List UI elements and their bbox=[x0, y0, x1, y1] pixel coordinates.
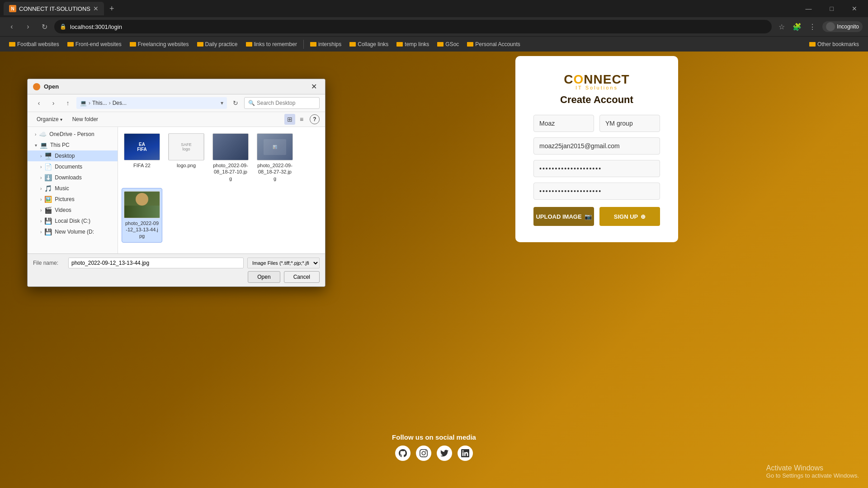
organize-dropdown-icon: ▾ bbox=[60, 117, 62, 122]
sidebar-localdisk[interactable]: › 💾 Local Disk (C:) bbox=[28, 216, 118, 226]
newvolume-icon: 💾 bbox=[44, 228, 52, 235]
bookmark-temp[interactable]: temp links bbox=[393, 40, 433, 48]
dialog-open-btn[interactable]: Open bbox=[248, 271, 280, 283]
bookmark-folder-icon bbox=[437, 42, 443, 47]
file-item-logo[interactable]: SAFElogo logo.png bbox=[166, 131, 207, 184]
sidebar-downloads[interactable]: › ⬇️ Downloads bbox=[28, 172, 118, 183]
bookmark-label: Front-end websites bbox=[75, 41, 122, 47]
new-folder-label: New folder bbox=[72, 116, 98, 122]
url-text: localhost:3001/login bbox=[70, 23, 122, 30]
forward-btn[interactable]: › bbox=[22, 20, 34, 33]
dialog-footer-buttons: Open Cancel bbox=[33, 271, 320, 283]
music-label: Music bbox=[55, 185, 69, 192]
file-item-fifa[interactable]: EAFIFA FIFA 22 bbox=[122, 131, 162, 184]
dialog-path-bar[interactable]: 💻 › This... › Des... ▾ bbox=[76, 97, 227, 109]
close-btn[interactable]: ✕ bbox=[844, 0, 864, 17]
dialog-cancel-btn[interactable]: Cancel bbox=[284, 271, 320, 283]
address-bar[interactable]: 🔒 localhost:3001/login bbox=[54, 20, 772, 33]
browser-menu-btn[interactable]: ⋮ bbox=[806, 20, 819, 33]
file-thumbnail-photo2: 📊 bbox=[257, 133, 293, 160]
dialog-body: › ☁️ OneDrive - Person ▾ 💻 This PC › 🖥️ bbox=[28, 127, 325, 253]
file-item-photo2[interactable]: 📊 photo_2022-09-08_18-27-32.jpg bbox=[255, 131, 295, 184]
expand-icon: › bbox=[40, 186, 42, 191]
back-btn[interactable]: ‹ bbox=[5, 20, 18, 33]
active-tab[interactable]: N CONNECT IT-SOLUTIONS ✕ bbox=[4, 2, 104, 15]
bookmark-label: Collage links bbox=[358, 41, 388, 47]
dialog-titlebar: Open ✕ bbox=[28, 79, 325, 94]
sidebar-thispc[interactable]: ▾ 💻 This PC bbox=[28, 140, 118, 150]
bookmark-interships[interactable]: interships bbox=[307, 40, 345, 48]
dialog-forward-btn[interactable]: › bbox=[47, 97, 59, 109]
user-profile-btn[interactable]: Incognito bbox=[822, 21, 863, 32]
organize-label: Organize bbox=[37, 116, 59, 122]
documents-icon: 📄 bbox=[44, 163, 52, 170]
bookmark-label: Daily practice bbox=[205, 41, 238, 47]
bookmark-folder-icon bbox=[310, 42, 316, 47]
sidebar-newvolume[interactable]: › 💾 New Volume (D: bbox=[28, 226, 118, 237]
file-item-photo1[interactable]: photo_2022-09-08_18-27-10.jpg bbox=[210, 131, 251, 184]
help-btn[interactable]: ? bbox=[310, 114, 320, 124]
documents-label: Documents bbox=[55, 164, 82, 170]
minimize-btn[interactable]: — bbox=[798, 0, 819, 17]
onedrive-label: OneDrive - Person bbox=[49, 131, 94, 137]
file-dialog: Open ✕ ‹ › ↑ 💻 › This... › Des... ▾ bbox=[27, 79, 326, 287]
maximize-btn[interactable]: □ bbox=[823, 0, 841, 17]
bookmark-collage[interactable]: Collage links bbox=[346, 40, 392, 48]
bookmark-label: Freelancing websites bbox=[138, 41, 189, 47]
bookmark-label: Personal Accounts bbox=[475, 41, 520, 47]
sidebar-onedrive[interactable]: › ☁️ OneDrive - Person bbox=[28, 129, 118, 140]
bookmark-gsoc[interactable]: GSoc bbox=[434, 40, 462, 48]
dialog-search-input[interactable] bbox=[257, 100, 316, 106]
bookmark-football[interactable]: Football websites bbox=[5, 40, 63, 48]
file-name-photo2: photo_2022-09-08_18-27-32.jpg bbox=[257, 162, 292, 182]
bookmark-daily[interactable]: Daily practice bbox=[193, 40, 241, 48]
sidebar-music[interactable]: › 🎵 Music bbox=[28, 183, 118, 194]
organize-btn[interactable]: Organize ▾ bbox=[33, 115, 66, 124]
dialog-close-button[interactable]: ✕ bbox=[308, 81, 320, 93]
bookmark-links[interactable]: links to remember bbox=[242, 40, 301, 48]
bookmark-label: links to remember bbox=[254, 41, 297, 47]
onedrive-icon: ☁️ bbox=[39, 131, 47, 138]
search-icon: 🔍 bbox=[248, 100, 255, 106]
videos-icon: 🎬 bbox=[44, 206, 52, 214]
thispc-icon: 💻 bbox=[40, 141, 47, 149]
dialog-up-btn[interactable]: ↑ bbox=[62, 97, 74, 109]
bookmark-folder-icon bbox=[467, 42, 473, 47]
file-item-photo3[interactable]: photo_2022-09-12_13-13-44.jpg bbox=[122, 188, 162, 243]
file-name-fifa: FIFA 22 bbox=[133, 162, 151, 169]
bookmark-folder-icon bbox=[197, 42, 203, 47]
bookmarks-bar: Football websites Front-end websites Fre… bbox=[0, 36, 868, 52]
bookmark-label: Football websites bbox=[17, 41, 59, 47]
bookmark-label: GSoc bbox=[445, 41, 459, 47]
list-view-btn[interactable]: ≡ bbox=[296, 114, 307, 125]
sidebar-pictures[interactable]: › 🖼️ Pictures bbox=[28, 194, 118, 205]
bookmark-star-btn[interactable]: ☆ bbox=[775, 20, 788, 33]
lock-icon: 🔒 bbox=[60, 23, 66, 30]
grid-view-btn[interactable]: ⊞ bbox=[284, 114, 295, 125]
bookmark-frontend[interactable]: Front-end websites bbox=[64, 40, 125, 48]
filename-input[interactable] bbox=[68, 258, 244, 268]
filetype-dropdown[interactable]: Image Files (*.tiff;*.pjp;*.jfif;*.bm bbox=[247, 258, 320, 268]
dialog-footer: File name: Image Files (*.tiff;*.pjp;*.j… bbox=[28, 253, 325, 286]
dialog-back-btn[interactable]: ‹ bbox=[33, 97, 45, 109]
dialog-toolbar: ‹ › ↑ 💻 › This... › Des... ▾ ↻ 🔍 bbox=[28, 94, 325, 112]
bookmark-personal[interactable]: Personal Accounts bbox=[463, 40, 524, 48]
new-folder-btn[interactable]: New folder bbox=[69, 115, 102, 124]
dialog-files-area: EAFIFA FIFA 22 SAFElogo bbox=[118, 127, 325, 253]
dialog-refresh-btn[interactable]: ↻ bbox=[230, 97, 241, 109]
bookmark-other[interactable]: Other bookmarks bbox=[806, 40, 863, 48]
tab-close-btn[interactable]: ✕ bbox=[93, 5, 99, 12]
reload-btn[interactable]: ↻ bbox=[38, 20, 51, 33]
sidebar-documents[interactable]: › 📄 Documents bbox=[28, 161, 118, 172]
dialog-search-box[interactable]: 🔍 bbox=[244, 97, 320, 109]
extensions-btn[interactable]: 🧩 bbox=[791, 20, 803, 33]
music-icon: 🎵 bbox=[44, 185, 52, 192]
sidebar-desktop[interactable]: › 🖥️ Desktop bbox=[28, 150, 118, 161]
path-dropdown-arrow[interactable]: ▾ bbox=[221, 100, 223, 106]
bookmark-label: interships bbox=[318, 41, 341, 47]
new-tab-button[interactable]: + bbox=[106, 4, 118, 14]
bookmark-separator bbox=[303, 40, 304, 49]
bookmark-freelancing[interactable]: Freelancing websites bbox=[126, 40, 193, 48]
sidebar-videos[interactable]: › 🎬 Videos bbox=[28, 205, 118, 216]
bookmark-folder-icon bbox=[9, 42, 15, 47]
